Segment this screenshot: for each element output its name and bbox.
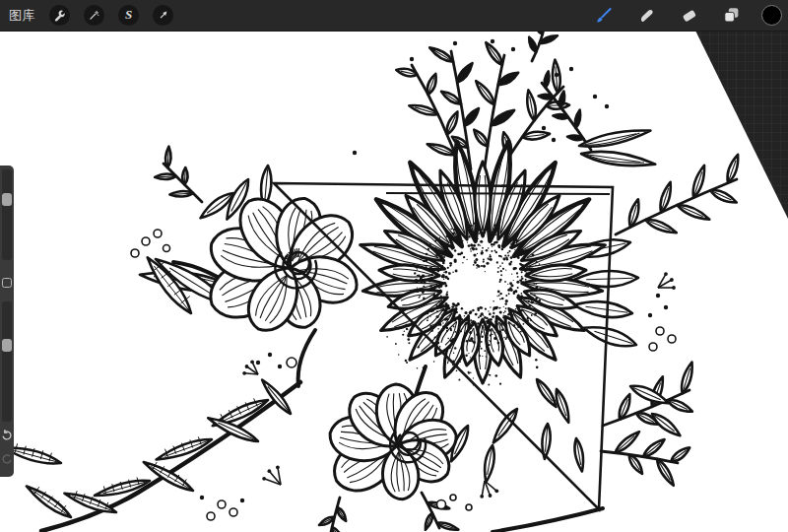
- color-swatch[interactable]: [761, 5, 782, 26]
- left-sidebar: [0, 166, 14, 477]
- actions-button[interactable]: [49, 5, 70, 26]
- paint-button[interactable]: [592, 4, 616, 28]
- wrench-icon: [53, 9, 66, 22]
- modify-button[interactable]: [2, 277, 12, 289]
- selection-s-icon: S: [125, 7, 132, 23]
- adjustments-button[interactable]: [84, 5, 104, 26]
- layers-icon: [721, 5, 742, 26]
- brush-size-slider[interactable]: [2, 169, 12, 260]
- toolbar-right-group: [592, 4, 788, 28]
- erase-button[interactable]: [677, 4, 700, 28]
- undo-button[interactable]: [0, 428, 14, 443]
- smudge-button[interactable]: [634, 4, 658, 28]
- opacity-handle[interactable]: [2, 339, 12, 352]
- transform-button[interactable]: [153, 5, 173, 26]
- toolbar-left-group: 图库 S: [0, 0, 173, 31]
- brush-size-handle[interactable]: [2, 193, 12, 206]
- paint-brush-icon: [593, 5, 615, 27]
- layers-button[interactable]: [719, 4, 743, 28]
- gallery-button[interactable]: 图库: [9, 0, 35, 31]
- drawing-canvas[interactable]: [0, 31, 788, 532]
- undo-icon: [1, 430, 13, 441]
- canvas-artwork: [0, 0, 788, 532]
- opacity-slider[interactable]: [2, 301, 12, 422]
- eraser-icon: [679, 5, 699, 26]
- redo-icon: [1, 453, 13, 465]
- square-icon: [2, 278, 12, 288]
- redo-button[interactable]: [0, 451, 14, 467]
- magic-wand-icon: [88, 9, 100, 22]
- top-toolbar: 图库 S: [0, 0, 788, 32]
- smudge-finger-icon: [636, 5, 657, 26]
- selection-button[interactable]: S: [118, 5, 139, 26]
- transform-arrow-icon: [157, 9, 169, 22]
